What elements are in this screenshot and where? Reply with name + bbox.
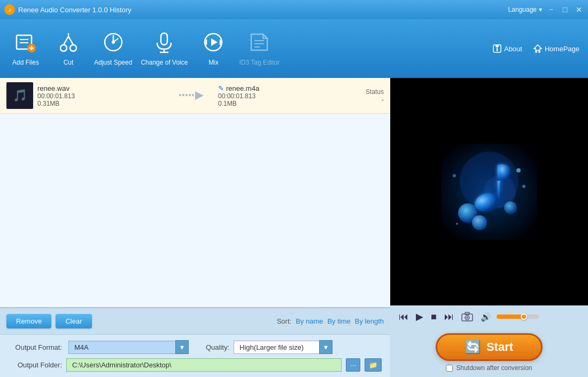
folder-row: Output Folder: ··· 📁: [9, 358, 382, 372]
svg-line-9: [68, 36, 73, 45]
output-file-info: ✎ renee.m4a 00:00:01.813 0.1MB: [218, 84, 347, 107]
about-label: About: [504, 45, 522, 53]
convert-arrow: [171, 89, 214, 102]
svg-point-14: [112, 41, 115, 44]
home-icon: [533, 44, 543, 53]
cut-label: Cut: [64, 59, 74, 66]
svg-marker-31: [534, 45, 541, 52]
rewind-button[interactable]: ⏮: [397, 310, 411, 324]
toolbar-right-area: About HomePage: [488, 42, 584, 56]
add-files-icon: [14, 31, 37, 57]
quality-dropdown-button[interactable]: ▾: [319, 340, 332, 354]
about-icon: [492, 44, 502, 53]
remove-button[interactable]: Remove: [6, 314, 51, 328]
svg-point-52: [466, 317, 468, 319]
svg-rect-53: [465, 312, 469, 315]
browse-folder-button[interactable]: ···: [346, 358, 360, 372]
language-selector[interactable]: Language ▾: [508, 6, 542, 13]
maximize-button[interactable]: □: [560, 5, 570, 14]
change-of-voice-button[interactable]: Change of Voice: [136, 25, 192, 73]
svg-rect-34: [185, 94, 188, 96]
svg-rect-36: [192, 94, 194, 96]
screenshot-button[interactable]: [459, 311, 475, 323]
svg-line-8: [64, 36, 68, 45]
svg-rect-33: [182, 94, 184, 96]
clear-button[interactable]: Clear: [56, 314, 91, 328]
titlebar-controls: Language ▾ － □ ✕: [508, 5, 584, 14]
volume-slider[interactable]: [497, 315, 539, 319]
toolbar: Add Files Cut Adjust Speed: [0, 19, 588, 78]
shutdown-checkbox[interactable]: [446, 365, 453, 372]
sort-by-length-button[interactable]: By length: [355, 317, 384, 325]
minimize-button[interactable]: －: [546, 5, 556, 14]
svg-point-45: [504, 201, 517, 214]
folder-input[interactable]: [66, 358, 342, 372]
start-button[interactable]: 🔄 Start: [436, 333, 543, 361]
format-input[interactable]: [68, 341, 175, 354]
id3-tag-label: ID3 Tag Editor: [239, 59, 280, 66]
svg-point-49: [456, 223, 458, 225]
cut-button[interactable]: Cut: [47, 25, 90, 73]
table-row: 🎵 renee.wav 00:00:01.813 0.31MB: [0, 78, 390, 114]
svg-point-30: [497, 47, 498, 48]
start-area: 🔄 Start Shutdown after conversion: [390, 328, 588, 377]
adjust-speed-icon: [102, 31, 125, 57]
homepage-button[interactable]: HomePage: [529, 42, 584, 56]
output-settings: Output Format: ▾ Quality: ▾ Output Folde…: [0, 334, 390, 377]
status-value: -: [382, 96, 384, 104]
svg-marker-23: [263, 34, 267, 38]
adjust-speed-button[interactable]: Adjust Speed: [90, 25, 136, 73]
sort-by-name-button[interactable]: By name: [296, 317, 323, 325]
svg-rect-15: [161, 33, 167, 45]
app-logo: ♪: [4, 4, 15, 15]
change-of-voice-icon: [153, 31, 175, 57]
add-files-label: Add Files: [12, 59, 39, 66]
start-label: Start: [486, 340, 513, 354]
adjust-speed-label: Adjust Speed: [94, 59, 132, 66]
cut-icon: [57, 31, 80, 57]
volume-icon: 🔊: [481, 312, 491, 322]
titlebar: ♪ Renee Audio Converter 1.0.0 History La…: [0, 0, 588, 19]
svg-rect-35: [189, 94, 191, 96]
source-file-info: renee.wav 00:00:01.813 0.31MB: [37, 84, 167, 107]
id3-tag-button[interactable]: ID3 Tag Editor: [235, 25, 284, 73]
homepage-label: HomePage: [545, 45, 579, 53]
quality-label: Quality:: [206, 343, 229, 351]
quality-wrap: Quality: ▾: [206, 340, 332, 354]
left-panel: 🎵 renee.wav 00:00:01.813 0.31MB: [0, 78, 390, 377]
sort-area: Sort: By name By time By length: [277, 317, 384, 325]
output-size: 0.1MB: [218, 100, 347, 107]
shutdown-row: Shutdown after conversion: [446, 364, 532, 372]
player-controls: ⏮ ▶ ■ ⏭ 🔊: [390, 305, 588, 328]
close-button[interactable]: ✕: [574, 5, 584, 14]
status-column: Status -: [352, 88, 384, 104]
app-title: Renee Audio Converter 1.0.0 History: [18, 6, 508, 14]
format-label: Output Format:: [9, 343, 62, 351]
sort-by-time-button[interactable]: By time: [327, 317, 350, 325]
add-files-button[interactable]: Add Files: [4, 25, 47, 73]
output-filename: renee.m4a: [226, 84, 259, 92]
format-dropdown-button[interactable]: ▾: [175, 340, 189, 354]
camera-icon: [461, 312, 473, 321]
forward-button[interactable]: ⏭: [442, 310, 456, 324]
mix-label: Mix: [208, 59, 219, 66]
id3-tag-icon: [248, 31, 270, 57]
about-button[interactable]: About: [488, 42, 527, 56]
mix-icon: [202, 31, 225, 57]
source-duration: 00:00:01.813: [37, 92, 167, 100]
svg-point-6: [60, 45, 67, 51]
shutdown-label: Shutdown after conversion: [456, 364, 532, 372]
play-button[interactable]: ▶: [414, 310, 425, 324]
stop-button[interactable]: ■: [429, 310, 439, 324]
svg-point-44: [472, 215, 487, 230]
open-folder-button[interactable]: 📁: [365, 358, 382, 372]
change-of-voice-label: Change of Voice: [141, 59, 188, 66]
start-icon: 🔄: [465, 340, 481, 355]
format-row: Output Format: ▾ Quality: ▾: [9, 340, 382, 354]
preview-area: [390, 78, 588, 305]
quality-input[interactable]: [234, 341, 319, 354]
folder-label: Output Folder:: [9, 361, 62, 369]
source-size: 0.31MB: [37, 100, 167, 107]
svg-rect-28: [496, 45, 499, 47]
mix-button[interactable]: Mix: [192, 25, 235, 73]
